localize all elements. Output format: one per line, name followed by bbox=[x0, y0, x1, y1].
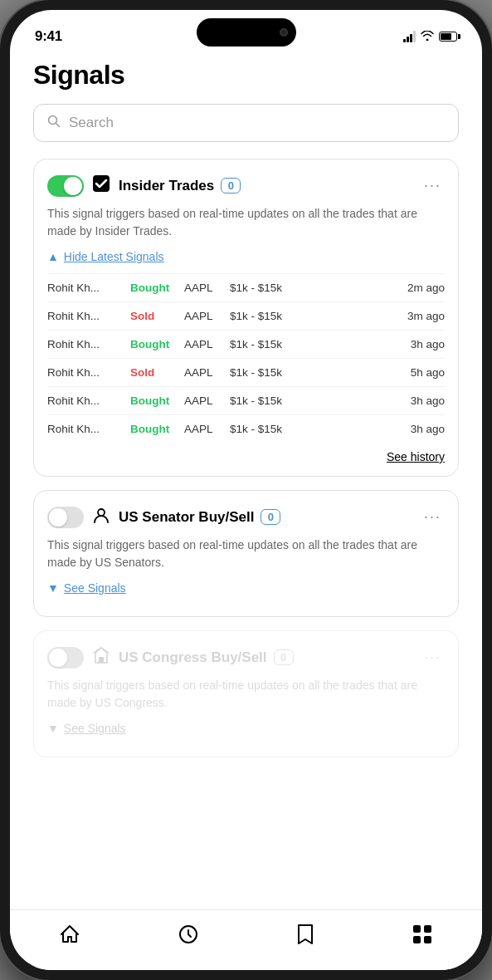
us-congress-icon bbox=[92, 646, 110, 669]
trader-name: Rohit Kh... bbox=[47, 310, 130, 322]
grid-icon bbox=[412, 924, 433, 950]
trader-name: Rohit Kh... bbox=[47, 423, 130, 435]
nav-grid[interactable] bbox=[395, 920, 450, 953]
svg-rect-7 bbox=[413, 925, 421, 933]
trade-amount: $1k - $15k bbox=[230, 310, 407, 322]
trade-ticker: AAPL bbox=[184, 366, 230, 379]
main-content: Signals Search bbox=[10, 51, 482, 909]
chevron-down-icon: ▼ bbox=[47, 722, 59, 735]
us-senator-badge: 0 bbox=[261, 509, 280, 525]
trader-name: Rohit Kh... bbox=[47, 366, 130, 379]
bookmark-icon bbox=[296, 924, 314, 950]
insider-trades-description: This signal triggers based on real-time … bbox=[47, 205, 445, 240]
trades-table: Rohit Kh... Bought AAPL $1k - $15k 2m ag… bbox=[47, 273, 445, 443]
trade-action: Bought bbox=[130, 394, 184, 407]
trade-ticker: AAPL bbox=[184, 423, 230, 435]
trade-row: Rohit Kh... Bought AAPL $1k - $15k 3h ag… bbox=[47, 386, 445, 414]
us-congress-see-signals-label: See Signals bbox=[64, 722, 126, 735]
trade-amount: $1k - $15k bbox=[230, 282, 407, 294]
status-time: 9:41 bbox=[35, 28, 62, 45]
trade-ticker: AAPL bbox=[184, 282, 230, 294]
trade-time: 3m ago bbox=[407, 310, 445, 322]
us-senator-toggle[interactable] bbox=[47, 507, 84, 528]
trade-row: Rohit Kh... Bought AAPL $1k - $15k 3h ag… bbox=[47, 330, 445, 358]
trade-time: 3h ago bbox=[411, 423, 445, 435]
trade-amount: $1k - $15k bbox=[230, 394, 411, 407]
home-icon bbox=[59, 924, 80, 950]
see-history-link[interactable]: See history bbox=[387, 450, 445, 463]
search-icon bbox=[47, 115, 61, 131]
trade-action: Bought bbox=[130, 338, 184, 350]
us-congress-title: US Congress Buy/Sell bbox=[119, 649, 267, 666]
chevron-down-icon: ▼ bbox=[47, 581, 59, 595]
phone-screen: 9:41 bbox=[10, 10, 482, 970]
nav-home[interactable] bbox=[42, 920, 97, 953]
trade-ticker: AAPL bbox=[184, 394, 230, 407]
trade-time: 5h ago bbox=[411, 366, 445, 379]
wifi-icon bbox=[421, 30, 434, 43]
trade-time: 3h ago bbox=[411, 394, 445, 407]
trade-ticker: AAPL bbox=[184, 310, 230, 322]
svg-rect-8 bbox=[424, 925, 431, 933]
insider-trades-toggle[interactable] bbox=[47, 175, 84, 197]
svg-point-3 bbox=[98, 509, 105, 516]
card-header: Insider Trades 0 ··· bbox=[47, 174, 445, 197]
trade-row: Rohit Kh... Sold AAPL $1k - $15k 3m ago bbox=[47, 301, 445, 330]
us-congress-more-button[interactable]: ··· bbox=[421, 649, 445, 666]
insider-trades-icon bbox=[92, 174, 110, 197]
nav-bookmark[interactable] bbox=[280, 920, 331, 953]
bottom-nav bbox=[10, 909, 482, 970]
trade-action: Bought bbox=[130, 423, 184, 435]
us-congress-see-signals-button[interactable]: ▼ See Signals bbox=[47, 722, 445, 735]
status-bar: 9:41 bbox=[10, 10, 482, 51]
us-congress-badge: 0 bbox=[274, 649, 294, 665]
see-signals-label: See Signals bbox=[64, 581, 126, 595]
us-congress-toggle[interactable] bbox=[47, 647, 84, 669]
trade-time: 3h ago bbox=[411, 338, 445, 350]
us-congress-description: This signal triggers based on real-time … bbox=[47, 677, 445, 712]
trade-action: Sold bbox=[130, 366, 184, 379]
us-congress-card: US Congress Buy/Sell 0 ··· This signal t… bbox=[33, 630, 459, 757]
svg-rect-9 bbox=[413, 936, 421, 943]
trade-amount: $1k - $15k bbox=[230, 366, 411, 379]
dynamic-island bbox=[197, 18, 296, 47]
trade-amount: $1k - $15k bbox=[230, 338, 411, 350]
trade-time: 2m ago bbox=[407, 282, 445, 294]
page-title: Signals bbox=[33, 60, 459, 91]
see-history-section: See history bbox=[47, 449, 445, 464]
svg-rect-10 bbox=[424, 936, 431, 943]
see-signals-button[interactable]: ▼ See Signals bbox=[47, 581, 445, 595]
battery-icon bbox=[439, 32, 457, 42]
insider-trades-badge: 0 bbox=[221, 178, 241, 194]
clock-icon bbox=[178, 924, 199, 950]
us-senator-title: US Senator Buy/Sell bbox=[119, 509, 254, 526]
card-header: US Senator Buy/Sell 0 ··· bbox=[47, 506, 445, 528]
nav-clock[interactable] bbox=[161, 920, 216, 953]
trade-row: Rohit Kh... Bought AAPL $1k - $15k 3h ag… bbox=[47, 414, 445, 443]
hide-latest-signals-button[interactable]: ▲ Hide Latest Signals bbox=[47, 250, 445, 263]
search-placeholder: Search bbox=[69, 115, 114, 131]
trader-name: Rohit Kh... bbox=[47, 282, 130, 294]
svg-rect-5 bbox=[101, 657, 104, 663]
status-icons bbox=[403, 30, 457, 43]
trader-name: Rohit Kh... bbox=[47, 338, 130, 350]
search-bar[interactable]: Search bbox=[33, 104, 459, 142]
trade-amount: $1k - $15k bbox=[230, 423, 411, 435]
hide-latest-signals-label: Hide Latest Signals bbox=[64, 250, 164, 263]
insider-trades-more-button[interactable]: ··· bbox=[421, 177, 445, 194]
us-senator-more-button[interactable]: ··· bbox=[421, 508, 445, 526]
trade-row: Rohit Kh... Sold AAPL $1k - $15k 5h ago bbox=[47, 358, 445, 386]
us-senator-card: US Senator Buy/Sell 0 ··· This signal tr… bbox=[33, 490, 459, 617]
card-header: US Congress Buy/Sell 0 ··· bbox=[47, 646, 445, 669]
trade-row: Rohit Kh... Bought AAPL $1k - $15k 2m ag… bbox=[47, 273, 445, 301]
island-camera bbox=[280, 28, 288, 37]
us-senator-icon bbox=[92, 506, 110, 528]
trade-action: Bought bbox=[130, 282, 184, 294]
trader-name: Rohit Kh... bbox=[47, 394, 130, 407]
cell-signal-icon bbox=[403, 31, 416, 42]
insider-trades-card: Insider Trades 0 ··· This signal trigger… bbox=[33, 159, 459, 477]
us-senator-description: This signal triggers based on real-time … bbox=[47, 537, 445, 571]
trade-ticker: AAPL bbox=[184, 338, 230, 350]
svg-line-1 bbox=[56, 124, 60, 127]
phone-shell: 9:41 bbox=[0, 0, 492, 980]
